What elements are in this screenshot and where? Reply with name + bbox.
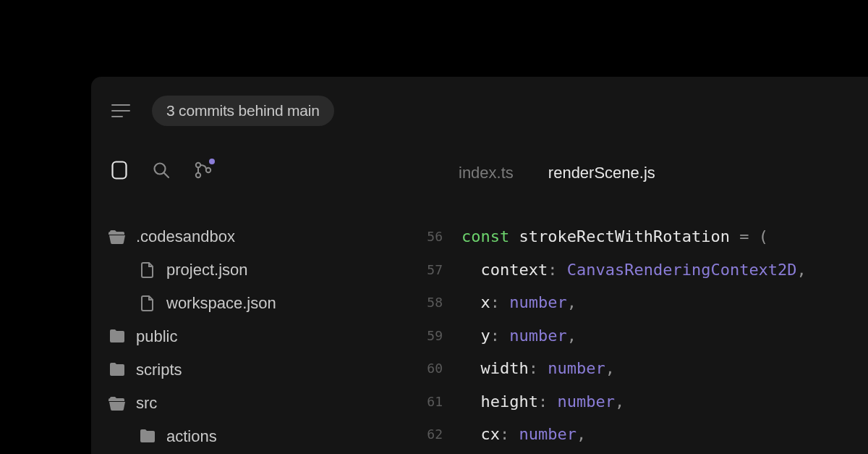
code-block[interactable]: 5657585960616263 const strokeRectWithRot… xyxy=(409,220,868,454)
status-badge[interactable]: 3 commits behind main xyxy=(152,96,334,126)
line-number: 57 xyxy=(409,253,443,287)
notification-dot-icon xyxy=(209,159,215,164)
folder-actions[interactable]: actions xyxy=(109,420,402,453)
tabs: index.tsrenderScene.js xyxy=(409,161,868,185)
sidebar-toolbar xyxy=(109,161,402,180)
folder--codesandbox[interactable]: .codesandbox xyxy=(109,220,402,253)
code-line[interactable]: cx: number, xyxy=(461,418,868,451)
line-number: 63 xyxy=(409,451,443,455)
tree-item-label: src xyxy=(136,394,157,413)
svg-point-4 xyxy=(196,173,200,177)
editor-window: 3 commits behind main xyxy=(91,77,868,454)
svg-rect-0 xyxy=(113,162,127,179)
main-area: .codesandboxproject.jsonworkspace.jsonpu… xyxy=(91,161,868,454)
menu-icon[interactable] xyxy=(111,104,130,117)
folder-icon xyxy=(139,428,156,445)
tree-item-label: workspace.json xyxy=(166,294,276,313)
file-tree: .codesandboxproject.jsonworkspace.jsonpu… xyxy=(109,220,402,453)
folder-icon xyxy=(109,328,126,345)
folder-open-icon xyxy=(109,228,126,245)
tree-item-label: project.json xyxy=(166,261,248,279)
line-number: 56 xyxy=(409,220,443,253)
code-line[interactable]: y: number, xyxy=(461,319,868,353)
svg-point-3 xyxy=(196,163,200,167)
code-line[interactable]: cy: number, xyxy=(461,451,868,455)
line-number: 61 xyxy=(409,385,443,419)
file-workspace-json[interactable]: workspace.json xyxy=(109,287,402,320)
folder-open-icon xyxy=(109,395,126,412)
code-lines[interactable]: const strokeRectWithRotation = ( context… xyxy=(461,220,868,454)
line-number: 58 xyxy=(409,286,443,319)
folder-public[interactable]: public xyxy=(109,320,402,353)
tree-item-label: .codesandbox xyxy=(136,227,235,246)
folder-src[interactable]: src xyxy=(109,387,402,420)
topbar: 3 commits behind main xyxy=(91,77,868,126)
editor-area: index.tsrenderScene.js 5657585960616263 … xyxy=(409,161,868,454)
tab-index-ts[interactable]: index.ts xyxy=(459,161,514,185)
line-number: 59 xyxy=(409,319,443,353)
tree-item-label: actions xyxy=(166,427,217,446)
code-line[interactable]: x: number, xyxy=(461,286,868,319)
tree-item-label: scripts xyxy=(136,361,182,379)
folder-scripts[interactable]: scripts xyxy=(109,353,402,387)
folder-icon xyxy=(109,361,126,379)
code-line[interactable]: height: number, xyxy=(461,385,868,419)
code-line[interactable]: width: number, xyxy=(461,352,868,385)
file-icon xyxy=(139,295,156,312)
svg-line-2 xyxy=(164,173,169,177)
file-project-json[interactable]: project.json xyxy=(109,253,402,287)
tab-renderScene-js[interactable]: renderScene.js xyxy=(548,161,655,185)
code-line[interactable]: const strokeRectWithRotation = ( xyxy=(461,220,868,253)
file-icon xyxy=(139,261,156,279)
source-control-icon[interactable] xyxy=(194,161,213,180)
explorer-icon[interactable] xyxy=(110,161,129,180)
search-icon[interactable] xyxy=(152,161,171,180)
code-line[interactable]: context: CanvasRenderingContext2D, xyxy=(461,253,868,287)
line-number: 62 xyxy=(409,418,443,451)
sidebar: .codesandboxproject.jsonworkspace.jsonpu… xyxy=(91,161,409,454)
line-gutter: 5657585960616263 xyxy=(409,220,461,454)
tree-item-label: public xyxy=(136,327,177,346)
line-number: 60 xyxy=(409,352,443,385)
